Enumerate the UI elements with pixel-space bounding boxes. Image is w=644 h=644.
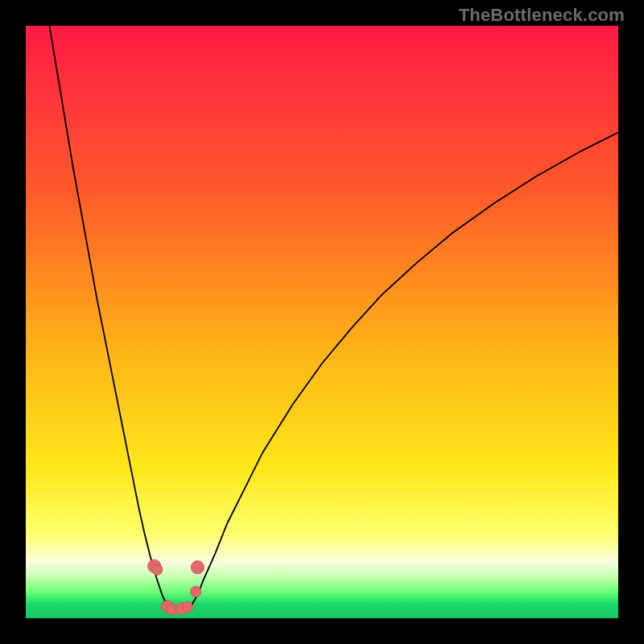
outer-frame: TheBottleneck.com: [0, 0, 644, 644]
data-marker: [182, 601, 192, 612]
watermark-text: TheBottleneck.com: [459, 5, 625, 26]
curve-right: [186, 132, 618, 609]
curve-left: [49, 26, 171, 609]
data-marker: [191, 586, 201, 597]
chart-svg: [26, 26, 618, 618]
plot-area: [26, 26, 618, 618]
data-marker: [191, 561, 204, 574]
data-marker: [152, 564, 163, 575]
markers-group: [148, 559, 204, 614]
